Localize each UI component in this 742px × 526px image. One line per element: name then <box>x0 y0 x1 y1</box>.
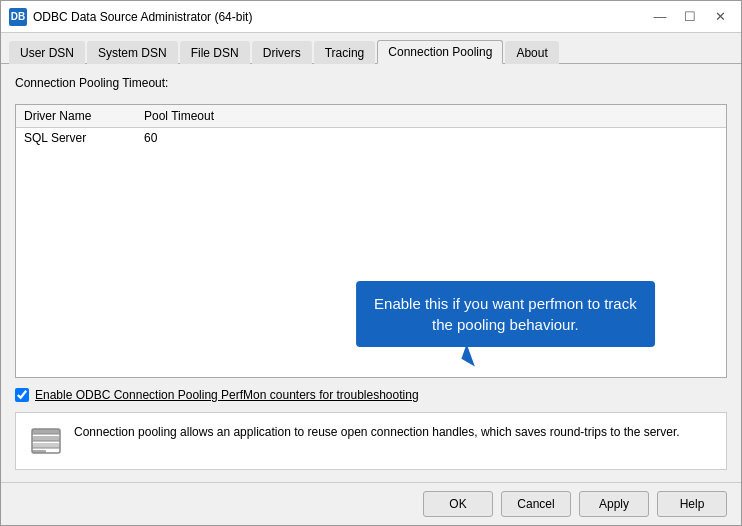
tab-connection-pooling[interactable]: Connection Pooling <box>377 40 503 64</box>
footer: OK Cancel Apply Help <box>1 482 741 525</box>
cancel-button[interactable]: Cancel <box>501 491 571 517</box>
tab-system-dsn[interactable]: System DSN <box>87 41 178 64</box>
tab-about[interactable]: About <box>505 41 558 64</box>
database-icon <box>28 423 64 459</box>
checkbox-label-text: Enable ODBC Connection Pooling PerfMon c… <box>35 388 419 402</box>
perfmon-checkbox-row: Enable ODBC Connection Pooling PerfMon c… <box>15 388 727 402</box>
perfmon-checkbox[interactable] <box>15 388 29 402</box>
pool-table: Driver Name Pool Timeout SQL Server 60 <box>16 105 726 148</box>
tooltip-text: Enable this if you want perfmon to track… <box>374 295 637 333</box>
close-button[interactable]: ✕ <box>707 7 733 27</box>
title-bar: DB ODBC Data Source Administrator (64-bi… <box>1 1 741 33</box>
help-button[interactable]: Help <box>657 491 727 517</box>
section-label: Connection Pooling Timeout: <box>15 76 727 90</box>
table-row[interactable]: SQL Server 60 <box>16 128 726 148</box>
tooltip-balloon: Enable this if you want perfmon to track… <box>356 281 655 347</box>
apply-button[interactable]: Apply <box>579 491 649 517</box>
window-title: ODBC Data Source Administrator (64-bit) <box>33 10 647 24</box>
col-header-timeout: Pool Timeout <box>144 109 718 123</box>
tab-tracing[interactable]: Tracing <box>314 41 376 64</box>
driver-name-cell: SQL Server <box>24 131 144 145</box>
table-header: Driver Name Pool Timeout <box>16 105 726 128</box>
window-controls: — ☐ ✕ <box>647 7 733 27</box>
app-icon: DB <box>9 8 27 26</box>
svg-rect-2 <box>32 443 60 448</box>
svg-rect-1 <box>32 436 60 441</box>
minimize-button[interactable]: — <box>647 7 673 27</box>
tab-file-dsn[interactable]: File DSN <box>180 41 250 64</box>
col-header-driver: Driver Name <box>24 109 144 123</box>
pool-table-container: Driver Name Pool Timeout SQL Server 60 E… <box>15 104 727 378</box>
main-content: Connection Pooling Timeout: Driver Name … <box>1 64 741 482</box>
info-box: Connection pooling allows an application… <box>15 412 727 470</box>
tab-user-dsn[interactable]: User DSN <box>9 41 85 64</box>
perfmon-label: Enable ODBC Connection Pooling PerfMon c… <box>35 388 419 402</box>
maximize-button[interactable]: ☐ <box>677 7 703 27</box>
main-window: DB ODBC Data Source Administrator (64-bi… <box>0 0 742 526</box>
pool-timeout-cell: 60 <box>144 131 718 145</box>
ok-button[interactable]: OK <box>423 491 493 517</box>
tabs-bar: User DSN System DSN File DSN Drivers Tra… <box>1 33 741 64</box>
info-text: Connection pooling allows an application… <box>74 423 680 441</box>
tab-drivers[interactable]: Drivers <box>252 41 312 64</box>
